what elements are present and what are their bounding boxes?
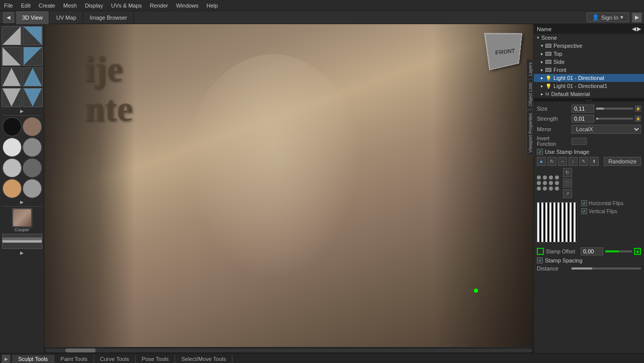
color-swatch-mid[interactable] [23, 158, 42, 177]
dot-3-1[interactable] [549, 175, 553, 179]
color-swatch-warmtan[interactable] [3, 179, 22, 198]
menu-help[interactable]: Help [203, 2, 222, 10]
scene-tree-expand[interactable]: ◀ [632, 26, 636, 32]
dot-1-1[interactable] [537, 175, 541, 179]
stamp-flip-h-btn[interactable]: ↔ [558, 157, 567, 166]
tab-select-move[interactable]: Select/Move Tools [175, 355, 232, 363]
dot-3-3[interactable] [549, 187, 553, 191]
menu-mesh[interactable]: Mesh [59, 2, 81, 10]
strength-slider[interactable] [596, 118, 633, 120]
brush-tool-2[interactable] [23, 26, 43, 45]
horizontal-flips-checkbox[interactable]: ✓ [581, 200, 587, 206]
svg-marker-0 [3, 27, 21, 45]
dot-4-2[interactable] [555, 181, 559, 185]
tab-sculpt-tools[interactable]: Sculpt Tools [12, 355, 54, 363]
stamp-offset-btn[interactable]: ■ [634, 248, 641, 255]
mirror-select[interactable]: LocalX LocalY LocalZ None [572, 125, 641, 134]
menu-create[interactable]: Create [35, 2, 59, 10]
size-slider[interactable] [596, 108, 633, 110]
tab-curve-tools[interactable]: Curve Tools [94, 355, 136, 363]
menu-uvs[interactable]: UVs & Maps [107, 2, 146, 10]
scene-tree-more[interactable]: ▶ [637, 26, 641, 32]
dot-1-2[interactable] [537, 181, 541, 185]
stamp-active-btn[interactable]: ■ [537, 157, 546, 166]
dot-1-3[interactable] [537, 187, 541, 191]
scene-material[interactable]: ▸ M Default Material [534, 90, 644, 98]
scene-light-02[interactable]: ▸ 💡 Light 01 - Directional1 [534, 82, 644, 90]
dot-2-2[interactable] [543, 181, 547, 185]
scene-root[interactable]: ▾ Scene [534, 34, 644, 42]
menu-file[interactable]: File [0, 2, 17, 10]
stamp-edit-btn[interactable]: ✎ [579, 157, 588, 166]
color-swatch-gray[interactable] [23, 138, 42, 157]
stamp-action-3[interactable]: ↗ [563, 189, 572, 198]
tab-3dview[interactable]: 3D View [16, 11, 49, 24]
brush-tool-7[interactable] [2, 88, 22, 107]
tools-nav-btn[interactable]: ▶ [2, 355, 10, 363]
brush-tool-4[interactable] [23, 47, 43, 66]
menu-windows[interactable]: Windows [172, 2, 203, 10]
dot-4-1[interactable] [555, 175, 559, 179]
tab-paint-tools[interactable]: Paint Tools [54, 355, 94, 363]
stamp-action-1[interactable]: ↻ [563, 168, 572, 177]
color-swatch-warmgray[interactable] [23, 179, 42, 198]
color-swatch-lightgray[interactable] [3, 158, 22, 177]
color-swatch-black[interactable] [3, 117, 22, 136]
flat-brush-tool[interactable] [2, 234, 42, 249]
distance-slider[interactable] [572, 267, 641, 269]
stamp-flip-v-btn[interactable]: ↕ [569, 157, 578, 166]
menu-edit[interactable]: Edit [17, 2, 35, 10]
svg-marker-7 [24, 88, 42, 107]
panel-expand-btn[interactable]: ▶ [632, 13, 642, 23]
scene-top[interactable]: ▸ Top [534, 50, 644, 58]
tab-imagebrowser[interactable]: Image Browser [84, 11, 134, 24]
brush-tool-5[interactable] [2, 67, 22, 86]
stamp-preview-box[interactable] [537, 202, 577, 242]
h-scroll-track[interactable] [45, 348, 532, 352]
use-stamp-row: ✓ Use Stamp Image [537, 149, 641, 155]
tab-pose-tools[interactable]: Pose Tools [136, 355, 176, 363]
tab-uvmap[interactable]: UV Map [50, 11, 83, 24]
strength-lock[interactable]: 🔒 [635, 116, 641, 122]
stamp-offset-input[interactable] [581, 247, 603, 255]
viewport-3d[interactable]: ijente FRONT [44, 24, 533, 353]
stamp-offset-slider[interactable] [605, 250, 632, 252]
randomize-button[interactable]: Randomize [604, 157, 641, 166]
dot-2-1[interactable] [543, 175, 547, 179]
stamp-action-2[interactable]: ⬛ [563, 178, 572, 188]
size-lock[interactable]: 🔒 [635, 106, 641, 112]
menu-render[interactable]: Render [146, 2, 172, 10]
brush-tool-8[interactable] [23, 88, 43, 107]
h-scroll-thumb[interactable] [65, 348, 96, 352]
color-swatch-tan[interactable] [23, 117, 42, 136]
color-expand[interactable]: ▶ [20, 200, 24, 205]
brush-tool-6[interactable] [23, 67, 43, 86]
stamp-offset-property: Stamp Offset ■ [537, 247, 641, 255]
brush-tool-1[interactable] [2, 26, 22, 45]
dot-4-3[interactable] [555, 187, 559, 191]
brush-tool-expand[interactable]: ▶ [20, 109, 24, 114]
strength-input[interactable] [572, 115, 594, 123]
sign-in-button[interactable]: 👤 Sign In ▾ [587, 13, 629, 22]
nav-cube[interactable]: FRONT [488, 34, 523, 69]
menu-display[interactable]: Display [81, 2, 107, 10]
h-scrollbar[interactable] [44, 347, 533, 353]
use-stamp-checkbox[interactable]: ✓ [537, 149, 543, 155]
brush-tool-3[interactable] [2, 47, 22, 66]
size-input[interactable] [572, 105, 594, 113]
invert-function-btn[interactable] [572, 138, 587, 145]
color-swatch-white[interactable] [3, 138, 22, 157]
stamp-export-btn[interactable]: ⬆ [590, 157, 599, 166]
scene-light-01[interactable]: ▸ 💡 Light 01 - Directional [534, 74, 644, 82]
vertical-flips-checkbox[interactable]: ✓ [581, 208, 587, 214]
stamp-spacing-checkbox[interactable]: ✓ [537, 257, 543, 263]
cooper-tool[interactable]: Cooper [12, 208, 32, 232]
stamp-rotate-btn[interactable]: ↻ [547, 157, 556, 166]
dot-3-2[interactable] [549, 181, 553, 185]
nav-prev[interactable]: ◀ [3, 12, 14, 23]
toolbar-expand-bottom[interactable]: ▶ [20, 250, 24, 255]
scene-perspective[interactable]: ▾ Perspective [534, 42, 644, 50]
scene-front[interactable]: ▸ Front [534, 66, 644, 74]
scene-side[interactable]: ▸ Side [534, 58, 644, 66]
dot-2-3[interactable] [543, 187, 547, 191]
